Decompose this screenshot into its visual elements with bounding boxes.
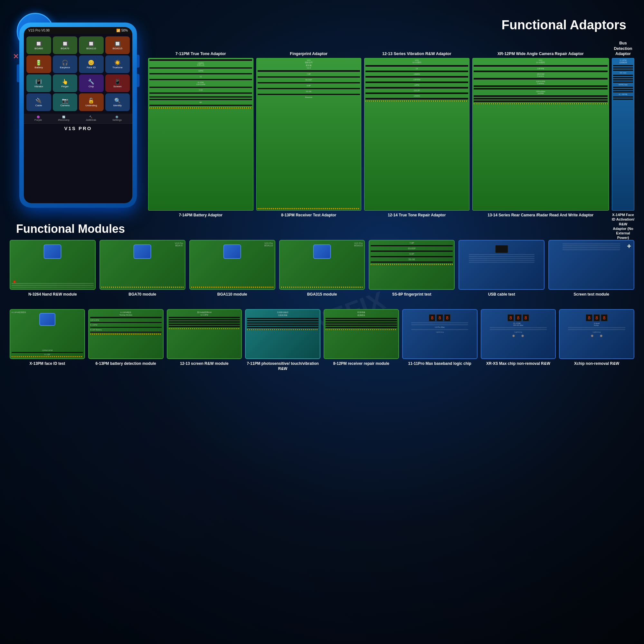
bga110-pads <box>191 287 273 288</box>
label-reserve: Reserve <box>258 96 360 98</box>
app-chip[interactable]: 🔧 Chip <box>79 74 104 92</box>
xr-disp2: 8 <box>515 314 521 321</box>
label-78p: 7-8P <box>258 73 360 75</box>
bottom-irecovery[interactable]: 🔄iRecovery <box>58 116 70 121</box>
fp2-conn1 <box>371 245 453 246</box>
module-receiver-label: 8-12PM receiver repair module <box>333 361 389 366</box>
usb-line5 <box>469 262 535 263</box>
red-led <box>14 281 15 283</box>
label-12_12: 12/12P <box>365 90 468 91</box>
bb-sublabel: Lightning <box>436 331 443 333</box>
xr-disp1: 8 <box>507 314 514 321</box>
module-xrxs-board: 8 8 8 CL-XSMXR-XS Max Lightning <box>481 309 556 359</box>
module-baseband-label: 11-11Pro Max baseband logic chip <box>408 361 471 366</box>
pads1 <box>149 107 252 109</box>
app-identify[interactable]: 🔍 Identify <box>105 93 130 111</box>
bottom-jailbreak[interactable]: 🔨JailBreak <box>86 116 96 121</box>
label-v1s-cam: V1S12-13系列 <box>474 59 608 64</box>
module-usb-label: USB cable test <box>488 292 515 297</box>
app-finger[interactable]: 👆 Finger <box>53 74 78 92</box>
module-fingerprint-board: 7-8P 6S-6SP 6-6P 5S-SE <box>369 240 455 290</box>
app-unbinding[interactable]: 🔓 Unbinding <box>79 93 104 111</box>
app-truetone[interactable]: ☀️ Truetone <box>105 55 130 73</box>
recv-conn4 <box>326 325 397 326</box>
recv-detail: 听筒维修检测模块 <box>326 311 397 357</box>
photo-conn3 <box>247 322 318 324</box>
nand-line3 <box>12 287 94 288</box>
app-bga110[interactable]: 🔲 BGA110 <box>79 36 104 54</box>
bottom-settings[interactable]: ⚙️Settings <box>112 116 122 121</box>
adaptor-2-bottom-label: 8-13PM Receiver Test Adaptor <box>281 213 336 232</box>
xrxs-sublabel: Lightning <box>514 331 522 333</box>
label-bus: X-14PM总线检测 <box>613 59 633 64</box>
xrxs-label: CL-XSMXR-XS Max <box>513 322 523 326</box>
conn8 <box>149 99 252 100</box>
usb-line2 <box>469 256 535 257</box>
recv-conn1 <box>326 318 397 319</box>
adaptor-5-top-label: Bus Detection Adaptor <box>612 42 634 58</box>
batt-conn1 <box>90 317 162 318</box>
app-earpiece[interactable]: 🎧 Earpiece <box>53 55 78 73</box>
xrxs-line1 <box>490 327 547 328</box>
label-v1s: V1S指纹信号延长板V1.0 <box>258 59 360 69</box>
side-button-1 <box>137 55 139 68</box>
modules-title: Functional Modules <box>16 222 125 236</box>
xc-line1 <box>568 327 625 328</box>
device-status-bar: V1S Pro V0.98 📶 50% <box>24 27 132 34</box>
app-battery[interactable]: 🔋 Battery <box>26 55 51 73</box>
app-bga315[interactable]: 🔲 BGA315 <box>105 36 130 54</box>
screen-line4 <box>563 249 620 250</box>
module-xchip-board: 8 8 8 X-levelXchip Lightning <box>559 309 634 359</box>
baseband-detail: 8 8 8 11-Pro Max Lightning <box>404 311 476 357</box>
bottom-purple[interactable]: 🟣Purple <box>34 116 42 121</box>
module-battery-board: 6-13PM电池Testing Module 13P/13PM 6~13PM 6… <box>88 309 164 359</box>
pads3 <box>365 100 468 102</box>
module-usb-board <box>459 240 545 290</box>
battery-detail: 6-13PM电池Testing Module 13P/13PM 6~13PM 6… <box>90 311 162 357</box>
baseband-displays: 8 8 8 <box>429 314 450 321</box>
app-cable[interactable]: 🔌 Cable <box>26 93 51 111</box>
module-bga315-label: BGA315 module <box>307 292 337 297</box>
label-v1s-vib: V1S12-13系列 <box>365 59 468 64</box>
vib-conn4 <box>365 81 468 83</box>
module-nand-board <box>10 240 96 290</box>
module-battery-label: 6-13PM battery detection module <box>96 361 156 366</box>
adaptor-1-top-label: 7-11PM True Tone Adaptor <box>175 42 226 58</box>
vib-conn3 <box>365 76 468 78</box>
cam-conn7 <box>474 98 608 99</box>
device-model: V1S Pro V0.98 <box>28 29 50 32</box>
usb-line3 <box>469 258 535 259</box>
module-usb: USB cable test <box>459 240 545 297</box>
app-camera[interactable]: 📷 Camera <box>53 93 78 111</box>
fp-conn3 <box>258 82 360 83</box>
adaptors-area: 7-11PM True Tone Adaptor 13MINI14PLUS 12… <box>148 42 634 232</box>
faceid-detail: 13PM/13PM 8~13P <box>12 349 83 357</box>
label-66p: 6-6P <box>258 85 360 87</box>
fp-conn4 <box>258 88 360 89</box>
batt-conn4 <box>90 332 162 333</box>
module-fingerprint-label: 5S-8P fingerprint test <box>392 292 431 297</box>
app-bga60[interactable]: 🔲 BGA60 <box>26 36 51 54</box>
module-bga110-label: BGA110 module <box>217 292 247 297</box>
photo-detail: 光感振动触控功能检测板 <box>247 311 318 357</box>
disp1: 8 <box>429 314 435 321</box>
bb-label: 11-Pro Max <box>435 326 445 328</box>
adaptor-2-pcb: V1S指纹信号延长板V1.0 7-8P 6S-6SP 6-6P 5S-SE Re… <box>256 58 362 211</box>
scrw-conn4 <box>169 324 240 325</box>
app-faceid[interactable]: 😊 Face ID <box>79 55 104 73</box>
xc-screw1 <box>591 335 593 337</box>
cam-conn5 <box>474 88 608 90</box>
app-screen[interactable]: 📱 Screen <box>105 74 130 92</box>
app-bga70[interactable]: 🔲 BGA70 <box>53 36 78 54</box>
scrw-pads <box>169 328 240 329</box>
label-13pm-cam: 13P/PM <box>474 68 608 70</box>
app-vibrator[interactable]: 📳 Vibrator <box>26 74 51 92</box>
module-xchip-label: Xchip non-removal R&W <box>574 361 619 366</box>
label-8xsm: 8-XSM11P/11PM <box>149 81 252 85</box>
adaptor-2-detail: V1S指纹信号延长板V1.0 7-8P 6S-6SP 6-6P 5S-SE Re… <box>258 59 360 209</box>
module-screen-rw-board: 显示&触摸屏R/W12-13PM <box>167 309 242 359</box>
module-screen-label: Screen test module <box>573 292 609 297</box>
status-icons: 📶 50% <box>116 29 128 32</box>
xrxs-line2 <box>490 329 547 330</box>
bb-line2 <box>411 324 468 325</box>
